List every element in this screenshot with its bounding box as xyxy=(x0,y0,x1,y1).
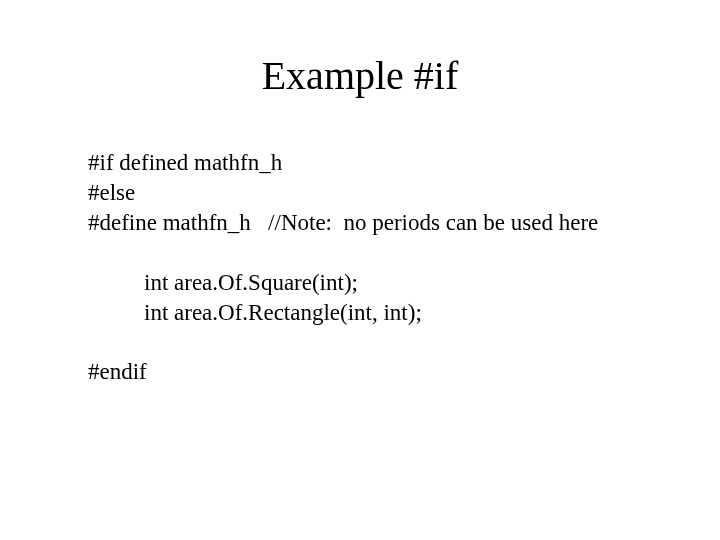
code-line: #define mathfn_h //Note: no periods can … xyxy=(88,208,660,238)
code-line: int area.Of.Square(int); xyxy=(88,268,660,298)
code-line: #if defined mathfn_h xyxy=(88,148,660,178)
slide: Example #if #if defined mathfn_h #else #… xyxy=(0,0,720,540)
blank-line xyxy=(88,327,660,357)
code-line: #else xyxy=(88,178,660,208)
code-line: int area.Of.Rectangle(int, int); xyxy=(88,298,660,328)
code-block: #if defined mathfn_h #else #define mathf… xyxy=(88,148,660,387)
code-line: #endif xyxy=(88,357,660,387)
slide-title: Example #if xyxy=(0,52,720,99)
blank-line xyxy=(88,238,660,268)
